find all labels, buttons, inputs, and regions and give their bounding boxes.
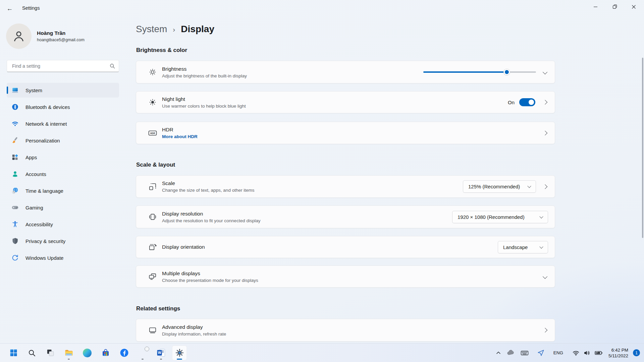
display-resolution-row[interactable]: Display resolution Adjust the resolution… xyxy=(136,205,555,228)
onedrive-cloud-icon xyxy=(506,349,515,357)
display-orientation-row[interactable]: Display orientation Landscape xyxy=(136,236,555,258)
tray-language-button[interactable]: ENG xyxy=(549,346,567,360)
search-box[interactable] xyxy=(7,60,119,72)
slider-thumb[interactable] xyxy=(504,69,510,75)
sidebar-item-time-language[interactable]: Time & language xyxy=(7,183,119,198)
breadcrumb-separator: › xyxy=(173,25,175,34)
multiple-displays-subtitle: Choose the presentation mode for your di… xyxy=(162,278,258,283)
sidebar-item-privacy-security[interactable]: Privacy & security xyxy=(7,234,119,248)
night-light-toggle[interactable] xyxy=(519,98,535,106)
brightness-slider[interactable] xyxy=(423,69,536,75)
chevron-right-icon[interactable] xyxy=(543,328,547,333)
tray-onedrive-button[interactable] xyxy=(504,346,518,360)
privacy-shield-icon xyxy=(11,237,19,245)
night-light-subtitle: Use warmer colors to help block blue lig… xyxy=(162,104,246,109)
brightness-title: Brightness xyxy=(162,66,247,72)
tray-time: 6:42 PM xyxy=(608,347,628,353)
orientation-dropdown[interactable]: Landscape xyxy=(498,241,548,253)
advanced-display-icon xyxy=(148,326,157,335)
chevron-right-icon[interactable] xyxy=(543,130,547,135)
accounts-person-icon xyxy=(11,170,19,178)
resolution-dropdown[interactable]: 644 × 362 (Recommended) xyxy=(452,211,548,223)
close-button[interactable] xyxy=(624,0,643,13)
minimize-button[interactable] xyxy=(586,0,605,13)
taskbar-start-button[interactable] xyxy=(6,346,21,360)
taskbar-settings-button[interactable] xyxy=(172,346,187,360)
running-indicator xyxy=(142,359,144,360)
chevron-down-icon xyxy=(539,245,543,248)
scale-row[interactable]: Scale Change the size of text, apps, and… xyxy=(136,175,555,198)
settings-window: ← Settings Hoàng Trần hoan xyxy=(0,0,644,362)
sidebar-item-accessibility[interactable]: Accessibility xyxy=(7,217,119,232)
taskbar-facebook-button[interactable] xyxy=(117,346,131,360)
file-explorer-icon xyxy=(64,348,73,357)
taskbar-search-button[interactable] xyxy=(24,346,39,360)
night-light-icon xyxy=(148,98,157,107)
speaker-icon xyxy=(583,349,591,357)
sidebar-item-system[interactable]: System xyxy=(7,83,119,98)
search-icon xyxy=(28,349,36,357)
close-icon xyxy=(632,5,636,9)
taskbar-store-button[interactable] xyxy=(98,346,113,360)
personalization-brush-icon xyxy=(11,137,19,144)
chevron-right-icon[interactable] xyxy=(543,100,547,105)
search-input[interactable] xyxy=(11,63,110,69)
word-icon: W xyxy=(157,348,166,357)
sidebar-item-personalization[interactable]: Personalization xyxy=(7,133,119,148)
sidebar-item-windows-update[interactable]: Windows Update xyxy=(7,250,119,265)
night-light-row[interactable]: Night light Use warmer colors to help bl… xyxy=(136,91,555,113)
chevron-up-icon xyxy=(496,350,501,356)
more-about-hdr-link[interactable]: More about HDR xyxy=(162,134,198,139)
back-button[interactable]: ← xyxy=(4,3,16,14)
taskbar-word-button[interactable]: W xyxy=(154,346,168,360)
chevron-down-icon xyxy=(539,215,543,218)
notification-badge[interactable]: 1 xyxy=(633,349,640,356)
tray-touch-keyboard-button[interactable] xyxy=(518,346,532,360)
display-orientation-title: Display orientation xyxy=(162,244,205,250)
advanced-display-row[interactable]: Advanced display Display information, re… xyxy=(136,319,555,342)
hdr-row[interactable]: HDR HDR More about HDR xyxy=(136,122,555,144)
taskbar-edge-button[interactable] xyxy=(80,346,95,360)
scrollbar-thumb[interactable] xyxy=(642,58,643,238)
brightness-row[interactable]: Brightness Adjust the brightness of the … xyxy=(136,61,555,83)
search-icon[interactable] xyxy=(110,63,115,69)
tray-location-button[interactable] xyxy=(534,346,547,360)
multiple-displays-row[interactable]: Multiple displays Choose the presentatio… xyxy=(136,265,555,288)
tray-network-sound-battery-button[interactable] xyxy=(569,346,606,360)
taskbar-chrome-button[interactable] xyxy=(135,346,150,360)
chevron-down-icon xyxy=(527,184,531,188)
system-laptop-icon xyxy=(11,86,19,94)
sidebar-item-gaming[interactable]: Gaming xyxy=(7,200,119,215)
brightness-sun-icon xyxy=(148,68,157,76)
sidebar-item-bluetooth-devices[interactable]: Bluetooth & devices xyxy=(7,100,119,114)
sidebar-item-apps[interactable]: Apps xyxy=(7,150,119,165)
sidebar-item-accounts[interactable]: Accounts xyxy=(7,167,119,181)
section-heading-scale-layout: Scale & layout xyxy=(136,162,175,168)
display-resolution-subtitle: Adjust the resolution to fit your connec… xyxy=(162,218,260,223)
sidebar-item-network-internet[interactable]: Network & internet xyxy=(7,116,119,131)
svg-text:HDR: HDR xyxy=(150,132,155,134)
user-name: Hoàng Trần xyxy=(37,30,85,36)
display-resolution-title: Display resolution xyxy=(162,211,260,217)
task-view-icon xyxy=(46,349,55,357)
chevron-right-icon[interactable] xyxy=(543,184,547,189)
scale-dropdown[interactable]: 125% (Recommended) xyxy=(463,180,536,193)
windows-start-icon xyxy=(9,349,18,357)
account-card[interactable]: Hoàng Trần hoangtbace5@gmail.com xyxy=(6,23,85,49)
breadcrumb: System › Display xyxy=(136,24,214,35)
taskbar-file-explorer-button[interactable] xyxy=(61,346,76,360)
back-arrow-icon: ← xyxy=(7,5,13,12)
chevron-down-icon[interactable] xyxy=(543,274,547,279)
taskbar-task-view-button[interactable] xyxy=(43,346,58,360)
chevron-down-icon[interactable] xyxy=(543,70,547,74)
page-title: Display xyxy=(181,24,214,35)
hdr-title: HDR xyxy=(162,127,198,133)
tray-show-hidden-icons-button[interactable] xyxy=(493,346,504,360)
tray-clock[interactable]: 6:42 PM 5/11/2022 xyxy=(608,347,628,359)
section-heading-related-settings: Related settings xyxy=(136,305,180,312)
main-content: System › Display Brightness & color Brig… xyxy=(136,0,555,343)
restore-button[interactable] xyxy=(605,0,624,13)
wifi-icon xyxy=(572,349,580,357)
breadcrumb-system[interactable]: System xyxy=(136,24,167,35)
battery-charging-icon xyxy=(594,348,603,357)
